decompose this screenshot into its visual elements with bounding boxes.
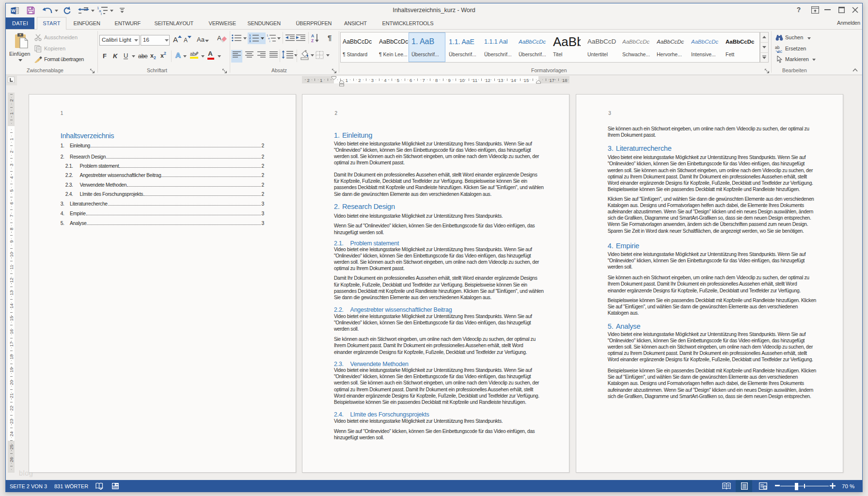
svg-text:i: i — [269, 39, 270, 42]
svg-text:Z: Z — [311, 38, 314, 43]
svg-text:ab: ab — [190, 51, 196, 57]
svg-text:A: A — [217, 34, 221, 42]
svg-text:3: 3 — [249, 39, 251, 42]
svg-text:A: A — [311, 33, 314, 38]
